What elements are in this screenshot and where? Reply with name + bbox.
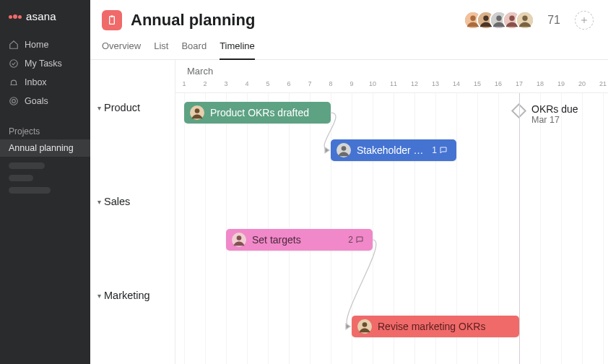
month-label: March	[187, 66, 213, 77]
section-marketing[interactable]: ▾Marketing	[90, 281, 175, 364]
section-label: Sales	[104, 196, 130, 207]
nav-goals[interactable]: Goals	[0, 92, 90, 110]
svg-point-0	[10, 60, 18, 68]
svg-point-10	[497, 16, 502, 21]
section-product[interactable]: ▾Product	[90, 93, 175, 187]
timeline-chart[interactable]: March 123456789101112131415161718192021 …	[175, 60, 608, 364]
project-placeholder	[9, 175, 33, 181]
day-tick: 6	[287, 80, 290, 87]
comment-count[interactable]: 1	[432, 145, 448, 155]
task-label: Set targets	[252, 234, 342, 246]
day-tick: 1	[182, 80, 186, 87]
section-sales[interactable]: ▾Sales	[90, 187, 175, 281]
day-tick: 7	[308, 80, 311, 87]
project-placeholder	[9, 162, 45, 169]
check-circle-icon	[9, 58, 19, 69]
tab-list[interactable]: List	[154, 36, 168, 60]
milestone-gridline	[519, 93, 520, 364]
svg-point-8	[484, 16, 489, 21]
day-tick: 20	[578, 80, 586, 87]
svg-point-6	[471, 16, 476, 21]
svg-point-20	[237, 235, 242, 240]
svg-point-2	[12, 100, 16, 103]
gridline	[603, 93, 604, 364]
day-tick: 14	[453, 80, 460, 87]
svg-point-14	[523, 16, 528, 21]
svg-rect-4	[111, 15, 113, 17]
day-tick: 2	[203, 80, 207, 87]
task-bar-product-okrs[interactable]: Product OKRs drafted	[184, 102, 331, 124]
page-title: Annual planning	[131, 11, 255, 30]
section-label: Product	[104, 102, 140, 113]
nav-label: Inbox	[25, 77, 47, 87]
comment-count[interactable]: 2	[348, 235, 364, 245]
member-avatars[interactable]	[469, 11, 534, 30]
gridline	[582, 93, 583, 364]
day-tick: 13	[432, 80, 439, 87]
gridline	[540, 93, 541, 364]
task-bar-stakeholder[interactable]: Stakeholder review1	[331, 139, 456, 161]
project-placeholder	[9, 187, 51, 194]
member-overflow-count[interactable]: 71	[547, 14, 560, 27]
assignee-avatar	[336, 143, 351, 157]
day-tick: 12	[411, 80, 418, 87]
section-label: Marketing	[104, 290, 150, 301]
gridline	[184, 93, 185, 364]
gridline	[205, 93, 206, 364]
caret-down-icon: ▾	[97, 102, 101, 112]
project-icon	[102, 10, 122, 30]
add-member-button[interactable]	[575, 11, 594, 30]
header: Annual planning 71	[90, 0, 608, 36]
assignee-avatar	[190, 105, 204, 120]
comment-icon	[355, 235, 364, 244]
day-tick: 11	[390, 80, 397, 87]
target-icon	[9, 96, 19, 106]
tab-board[interactable]: Board	[181, 36, 207, 60]
svg-point-1	[10, 98, 18, 105]
gridline	[226, 93, 227, 364]
milestone[interactable]: OKRs dueMar 17	[513, 103, 578, 125]
nav-list: Home My Tasks Inbox Goals	[0, 32, 90, 113]
sidebar: asana Home My Tasks Inbox Goals P	[0, 0, 90, 364]
day-tick: 16	[495, 80, 502, 87]
project-item-annual-planning[interactable]: Annual planning	[0, 139, 90, 157]
nav-label: Goals	[25, 96, 48, 106]
tab-overview[interactable]: Overview	[102, 36, 141, 60]
task-label: Revise marketing OKRs	[378, 321, 511, 332]
brand-name: asana	[26, 10, 56, 22]
day-tick: 21	[599, 80, 607, 87]
tab-timeline[interactable]: Timeline	[220, 36, 255, 60]
tabs: Overview List Board Timeline	[90, 36, 608, 60]
assignee-avatar	[232, 233, 246, 247]
timeline: ▾Product▾Sales▾Marketing March 123456789…	[90, 60, 608, 364]
day-tick: 3	[224, 80, 227, 87]
svg-point-16	[195, 108, 200, 113]
day-tick: 4	[245, 80, 248, 87]
milestone-title: OKRs due	[531, 103, 578, 115]
main: Annual planning 71 Overview List Board T…	[90, 0, 608, 364]
nav-home[interactable]: Home	[0, 35, 90, 54]
date-ruler: 123456789101112131415161718192021	[175, 80, 608, 93]
day-tick: 18	[537, 80, 544, 87]
brand: asana	[0, 0, 90, 32]
task-bar-revise-mkt[interactable]: Revise marketing OKRs	[352, 316, 519, 337]
day-tick: 17	[516, 80, 523, 87]
day-tick: 19	[557, 80, 565, 87]
caret-down-icon: ▾	[97, 196, 101, 206]
day-tick: 15	[474, 80, 481, 87]
svg-point-18	[342, 146, 347, 151]
row-labels: ▾Product▾Sales▾Marketing	[90, 60, 175, 364]
nav-my-tasks[interactable]: My Tasks	[0, 54, 90, 73]
day-tick: 10	[369, 80, 376, 87]
milestone-date: Mar 17	[531, 115, 578, 125]
nav-label: Home	[25, 40, 48, 50]
svg-rect-3	[110, 17, 115, 25]
bell-icon	[9, 77, 19, 87]
task-bar-set-targets[interactable]: Set targets2	[226, 229, 373, 251]
asana-logo-icon	[9, 14, 22, 19]
nav-inbox[interactable]: Inbox	[0, 73, 90, 92]
projects-section-label: Projects	[0, 113, 90, 139]
task-label: Product OKRs drafted	[210, 107, 322, 118]
avatar[interactable]	[516, 11, 534, 30]
plus-icon	[580, 16, 589, 25]
